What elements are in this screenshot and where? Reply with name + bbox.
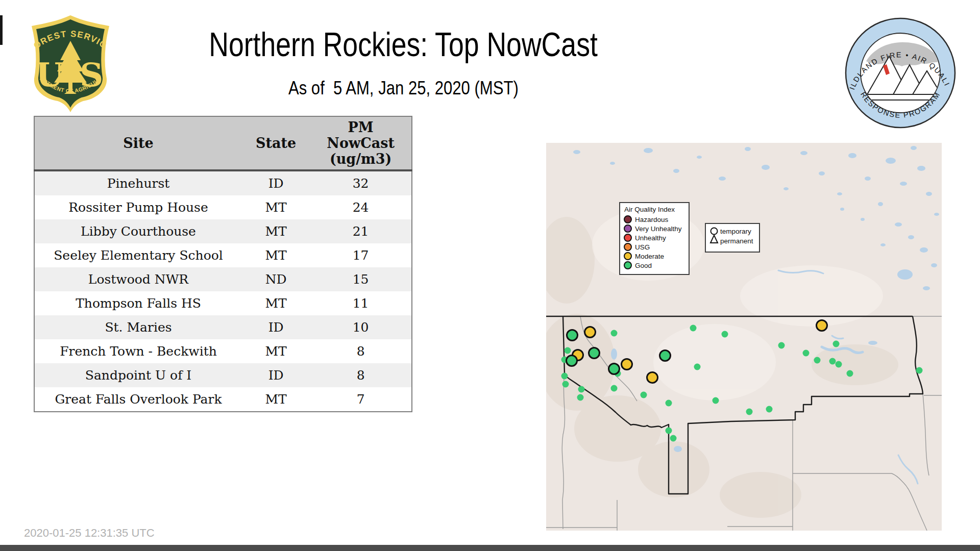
temporary-monitor-dot [690, 325, 697, 332]
moderate-swatch-icon [624, 252, 632, 260]
temporary-monitor-dot [578, 386, 585, 393]
temporary-monitor-dot [836, 361, 842, 368]
permanent-monitor-dot [660, 350, 671, 361]
nowcast-table: Site State PM NowCast (ug/m3) PinehurstI… [34, 116, 412, 412]
temporary-monitor-dot [666, 428, 672, 434]
permanent-monitor-dot [609, 364, 620, 374]
usg-swatch-icon [624, 243, 632, 251]
table-row: Rossiter Pump HouseMT24 [34, 195, 412, 219]
temporary-monitor-dot [722, 331, 728, 338]
temporary-monitor-dot [561, 373, 568, 380]
temporary-monitor-dot [833, 341, 840, 347]
table-row: Libby CourthouseMT21 [34, 219, 412, 243]
permanent-monitor-dot [817, 320, 827, 331]
good-swatch-icon [624, 261, 632, 269]
unhealthy-swatch-icon [624, 234, 632, 242]
legend-title: Air Quality Index [624, 206, 685, 213]
table-row: French Town - BeckwithMT8 [34, 339, 412, 363]
temporary-monitor-dot [766, 406, 773, 413]
permanent-monitor-dot [567, 330, 578, 341]
temporary-monitor-dot [829, 358, 836, 365]
permanent-monitor-dot [585, 327, 596, 338]
legend-item: Very Unhealthy [624, 224, 685, 233]
basemap [546, 143, 942, 531]
table-header-row: Site State PM NowCast (ug/m3) [34, 116, 412, 170]
monitor-type-glyphs-icon [709, 227, 719, 244]
table-row: PinehurstID32 [34, 170, 412, 195]
temporary-monitor-dot [611, 330, 618, 337]
column-header-pm-nowcast: PM NowCast (ug/m3) [310, 116, 412, 170]
table-row: Seeley Elementary SchoolMT17 [34, 243, 412, 267]
monitor-map: Air Quality Index Hazardous Very Unhealt… [546, 143, 942, 531]
temporary-monitor-dot [713, 397, 719, 404]
table-row: Lostwood NWRND15 [34, 267, 412, 291]
temporary-monitor-dot [670, 435, 677, 442]
legend-item: Moderate [624, 252, 685, 260]
airfire-logo-icon: WILDLAND FIRE • AIR QUALITY RESPONSE PRO… [844, 16, 957, 130]
temporary-monitor-dot [803, 350, 810, 357]
temporary-monitor-dot [562, 381, 569, 388]
forest-service-logo: FOREST SERVICE U S DEPARTMENT OF AGRICUL… [27, 13, 114, 116]
temporary-monitor-dot [847, 370, 853, 377]
hazardous-swatch-icon [624, 215, 632, 223]
table-row: St. MariesID10 [34, 315, 412, 339]
monitor-type-key: temporary permanent [705, 223, 760, 253]
permanent-monitor-dot [589, 348, 600, 359]
temporary-monitor-dot [666, 400, 672, 407]
legend-item: Unhealthy [624, 234, 685, 242]
legend-item: Good [624, 261, 685, 269]
table-row: Sandpoint U of IID8 [34, 363, 412, 387]
temporary-monitor-dot [778, 342, 785, 349]
temporary-monitor-dot [611, 385, 618, 392]
generated-timestamp: 2020-01-25 12:31:35 UTC [24, 527, 155, 540]
legend-item: Hazardous [624, 215, 685, 223]
forest-service-shield-icon: FOREST SERVICE U S DEPARTMENT OF AGRICUL… [27, 13, 114, 114]
table-row: Great Falls Overlook ParkMT7 [34, 387, 412, 412]
aqi-legend: Air Quality Index Hazardous Very Unhealt… [619, 202, 690, 275]
permanent-monitor-dot [647, 372, 658, 383]
temporary-monitor-dot [565, 347, 571, 354]
wildland-fire-air-quality-logo: WILDLAND FIRE • AIR QUALITY RESPONSE PRO… [844, 16, 957, 132]
page-title: Northern Rockies: Top NowCast [209, 24, 598, 64]
temporary-monitor-dot [814, 357, 821, 364]
very-unhealthy-swatch-icon [624, 224, 632, 233]
temporary-monitor-dot [577, 394, 584, 401]
page-subtitle: As of 5 AM, Jan 25, 2020 (MST) [288, 78, 519, 99]
report-page: FOREST SERVICE U S DEPARTMENT OF AGRICUL… [0, 0, 980, 551]
temporary-monitor-dot [746, 409, 753, 415]
left-edge-mark [0, 15, 3, 45]
bottom-bar [0, 545, 980, 551]
column-header-site: Site [34, 116, 242, 170]
temporary-monitor-dot [694, 364, 701, 370]
table-row: Thompson Falls HSMT11 [34, 291, 412, 315]
column-header-state: State [242, 116, 310, 170]
temporary-monitor-dot [916, 367, 923, 374]
temporary-monitor-dot [641, 392, 647, 398]
legend-item: USG [624, 243, 685, 251]
permanent-monitor-dot [622, 359, 632, 370]
permanent-monitor-dot [567, 356, 577, 366]
